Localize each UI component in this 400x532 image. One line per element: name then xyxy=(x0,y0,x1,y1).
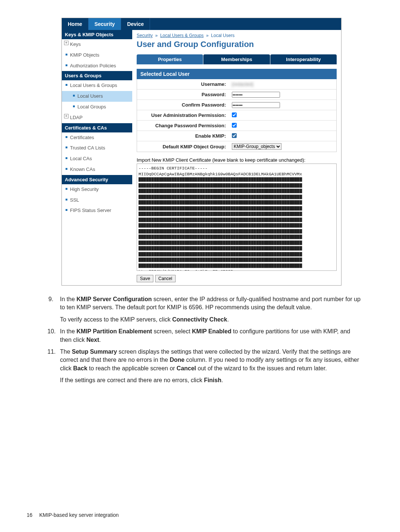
label-default-kmip-group: Default KMIP Object Group: xyxy=(137,144,230,149)
tab-device[interactable]: Device xyxy=(121,18,150,30)
checkbox-admin-permission[interactable] xyxy=(232,112,237,117)
top-tabs: Home Security Device xyxy=(62,18,341,30)
sidebar-item-ssl[interactable]: SSL xyxy=(62,195,132,206)
sidebar-item-local-users-groups[interactable]: Local Users & Groups xyxy=(62,80,132,91)
tab-memberships[interactable]: Memberships xyxy=(203,54,270,64)
sidebar-item-high-security[interactable]: High Security xyxy=(62,184,132,195)
step-text-10: In the KMIP Partition Enablement screen,… xyxy=(60,327,363,344)
label-change-pwd-permission: Change Password Permission: xyxy=(137,123,230,128)
step-number-11: 11. xyxy=(47,348,60,385)
sidebar-item-known-cas[interactable]: Known CAs xyxy=(62,164,132,175)
sidebar-section-keys-kmip: Keys & KMIP Objects xyxy=(62,30,132,39)
sidebar-item-certificates[interactable]: Certificates xyxy=(62,132,132,143)
breadcrumb-local-users: Local Users xyxy=(211,33,234,38)
label-confirm-password: Confirm Password: xyxy=(137,102,230,108)
inner-tabs: Properties Memberships Interoperability xyxy=(137,54,337,64)
cancel-button[interactable]: Cancel xyxy=(155,275,176,282)
checkbox-change-pwd[interactable] xyxy=(232,123,237,128)
select-default-kmip-group[interactable]: KMIP-Group_objects xyxy=(232,143,281,150)
sidebar-item-local-cas[interactable]: Local CAs xyxy=(62,154,132,164)
breadcrumb-security[interactable]: Security xyxy=(137,33,153,38)
page-footer: 16 KMIP-based key server integration xyxy=(27,512,119,518)
sidebar-section-certs-cas: Certificates & CAs xyxy=(62,123,132,132)
label-username: Username: xyxy=(137,81,230,87)
footer-title: KMIP-based key server integration xyxy=(39,512,119,518)
breadcrumb-local-users-groups[interactable]: Local Users & Groups xyxy=(160,33,203,38)
input-confirm-password[interactable] xyxy=(232,102,280,108)
label-import-cert: Import New KMIP Client Certificate (leav… xyxy=(137,157,337,163)
tab-security[interactable]: Security xyxy=(89,18,121,30)
sidebar-item-kmip-objects[interactable]: KMIP Objects xyxy=(62,50,132,61)
panel-header-selected-user: Selected Local User xyxy=(137,69,337,79)
step-number-9: 9. xyxy=(47,295,60,324)
sidebar-item-auth-policies[interactable]: Authorization Policies xyxy=(62,61,132,71)
user-form: Username: [redacted] Password: Confirm P… xyxy=(137,79,337,152)
screenshot-panel: Home Security Device Keys & KMIP Objects… xyxy=(61,18,341,286)
sidebar-item-fips-status[interactable]: FIPS Status Server xyxy=(62,205,132,216)
label-admin-permission: User Administration Permission: xyxy=(137,112,230,118)
main-content: Security » Local Users & Groups » Local … xyxy=(132,30,341,285)
instruction-list: 9. In the KMIP Server Configuration scre… xyxy=(47,295,363,385)
sidebar-item-local-groups[interactable]: Local Groups xyxy=(62,102,132,112)
sidebar-item-keys[interactable]: Keys xyxy=(62,39,132,50)
label-enable-kmip: Enable KMIP: xyxy=(137,133,230,139)
input-password[interactable] xyxy=(232,92,280,98)
sidebar-item-trusted-ca[interactable]: Trusted CA Lists xyxy=(62,143,132,154)
breadcrumb: Security » Local Users & Groups » Local … xyxy=(137,33,337,38)
sidebar-section-advanced: Advanced Security xyxy=(62,175,132,184)
step-text-11: The Setup Summary screen displays the se… xyxy=(60,348,363,385)
sidebar-item-ldap[interactable]: LDAP xyxy=(62,112,132,123)
checkbox-enable-kmip[interactable] xyxy=(232,133,237,138)
value-username: [redacted] xyxy=(230,81,336,88)
tab-properties[interactable]: Properties xyxy=(137,54,203,64)
label-password: Password: xyxy=(137,92,230,97)
tab-interoperability[interactable]: Interoperability xyxy=(270,54,337,64)
step-text-9: In the KMIP Server Configuration screen,… xyxy=(60,295,363,324)
textarea-certificate[interactable] xyxy=(137,164,337,271)
page-number: 16 xyxy=(27,512,38,518)
step-number-10: 10. xyxy=(47,327,60,344)
sidebar: Keys & KMIP Objects Keys KMIP Objects Au… xyxy=(62,30,132,285)
sidebar-item-local-users[interactable]: Local Users xyxy=(62,91,132,102)
page-title: User and Group Configuration xyxy=(137,40,337,49)
sidebar-section-users-groups: Users & Groups xyxy=(62,71,132,80)
save-button[interactable]: Save xyxy=(137,275,153,282)
tab-home[interactable]: Home xyxy=(62,18,89,30)
